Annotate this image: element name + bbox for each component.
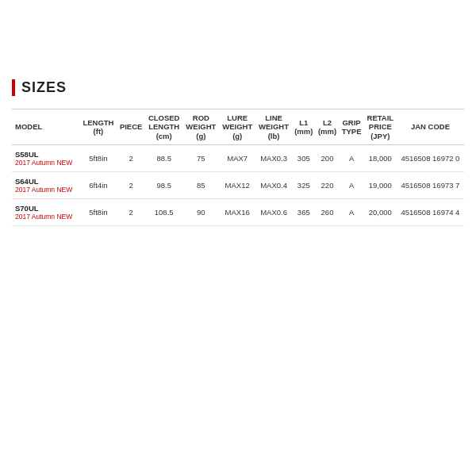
cell-rod-weight: 75 [182, 145, 219, 172]
col-header-l2: L2(mm) [316, 109, 340, 145]
cell-closed-length: 98.5 [145, 172, 183, 199]
cell-length: 5ft8in [79, 199, 117, 226]
col-header-l1: L1(mm) [292, 109, 316, 145]
col-header-length: LENGTH(ft) [79, 109, 117, 145]
cell-grip-type: A [339, 172, 363, 199]
cell-l1: 365 [292, 199, 316, 226]
cell-lure-weight: MAX12 [219, 172, 255, 199]
cell-model: S70UL2017 Autumn NEW [12, 199, 79, 226]
cell-length: 5ft8in [79, 145, 117, 172]
col-header-closed-length: CLOSEDLENGTH(cm) [145, 109, 183, 145]
col-header-piece: PIECE [117, 109, 144, 145]
col-header-line-weight: LINEWEIGHT(lb) [255, 109, 292, 145]
cell-retail-price: 19,000 [364, 172, 397, 199]
cell-closed-length: 88.5 [145, 145, 183, 172]
section-title: SIZES [12, 79, 464, 96]
table-row: S70UL2017 Autumn NEW5ft8in2108.590MAX16M… [12, 199, 464, 226]
cell-lure-weight: MAX7 [219, 145, 255, 172]
sizes-table: MODEL LENGTH(ft) PIECE CLOSEDLENGTH(cm) … [12, 109, 464, 226]
cell-length: 6ft4in [79, 172, 117, 199]
cell-lure-weight: MAX16 [219, 199, 255, 226]
cell-rod-weight: 85 [182, 172, 219, 199]
col-header-jan-code: JAN CODE [397, 109, 464, 145]
cell-retail-price: 20,000 [364, 199, 397, 226]
cell-closed-length: 108.5 [145, 199, 183, 226]
cell-l1: 325 [292, 172, 316, 199]
cell-line-weight: MAX0.4 [255, 172, 292, 199]
cell-grip-type: A [339, 199, 363, 226]
cell-l2: 260 [316, 199, 340, 226]
cell-piece: 2 [117, 145, 144, 172]
col-header-grip-type: GRIPTYPE [339, 109, 363, 145]
cell-jan-code: 4516508 16974 4 [397, 199, 464, 226]
cell-piece: 2 [117, 172, 144, 199]
model-sub: 2017 Autumn NEW [15, 213, 78, 221]
model-sub: 2017 Autumn NEW [15, 159, 78, 167]
cell-jan-code: 4516508 16973 7 [397, 172, 464, 199]
model-name: S58UL [15, 150, 78, 159]
cell-rod-weight: 90 [182, 199, 219, 226]
table-row: S64UL2017 Autumn NEW6ft4in298.585MAX12MA… [12, 172, 464, 199]
cell-line-weight: MAX0.3 [255, 145, 292, 172]
table-row: S58UL2017 Autumn NEW5ft8in288.575MAX7MAX… [12, 145, 464, 172]
table-header-row: MODEL LENGTH(ft) PIECE CLOSEDLENGTH(cm) … [12, 109, 464, 145]
model-name: S70UL [15, 204, 78, 213]
cell-l1: 305 [292, 145, 316, 172]
cell-retail-price: 18,000 [364, 145, 397, 172]
col-header-lure-weight: LUREWEIGHT(g) [219, 109, 255, 145]
col-header-model: MODEL [12, 109, 79, 145]
cell-l2: 220 [316, 172, 340, 199]
col-header-retail-price: RETAILPRICE(JPY) [364, 109, 397, 145]
cell-model: S64UL2017 Autumn NEW [12, 172, 79, 199]
cell-l2: 200 [316, 145, 340, 172]
model-sub: 2017 Autumn NEW [15, 186, 78, 194]
col-header-rod-weight: RODWEIGHT(g) [182, 109, 219, 145]
cell-model: S58UL2017 Autumn NEW [12, 145, 79, 172]
cell-line-weight: MAX0.6 [255, 199, 292, 226]
cell-jan-code: 4516508 16972 0 [397, 145, 464, 172]
cell-grip-type: A [339, 145, 363, 172]
cell-piece: 2 [117, 199, 144, 226]
model-name: S64UL [15, 177, 78, 186]
page: SIZES MODEL LENGTH(ft) PIECE CLOSEDLENGT… [0, 0, 476, 476]
